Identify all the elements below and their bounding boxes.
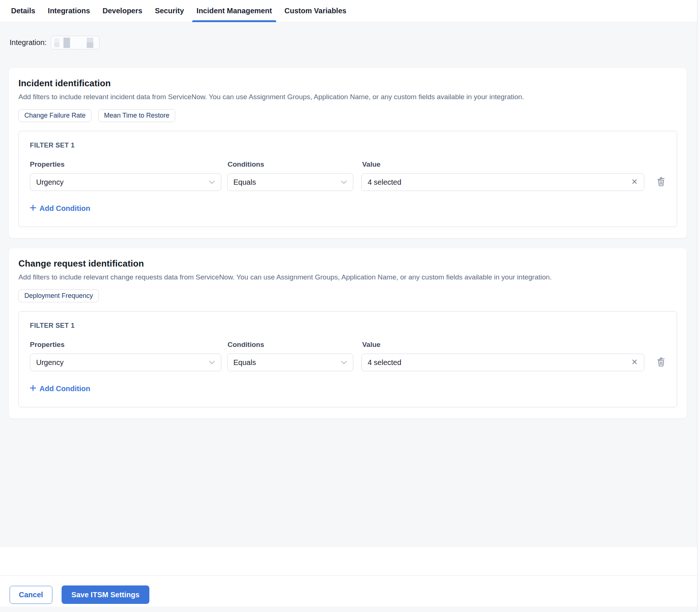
redacted-block [54,38,59,47]
integration-value-badge-redacted [51,36,100,49]
close-icon [632,359,637,366]
value-multiselect[interactable]: 4 selected [361,173,644,191]
trash-icon [656,357,666,368]
chevron-down-icon [341,361,347,365]
chip-change-failure-rate[interactable]: Change Failure Rate [18,109,91,122]
tab-developers[interactable]: Developers [98,0,147,22]
properties-select-value: Urgency [36,358,63,367]
filter-set-1: FILTER SET 1 Properties Conditions Value… [18,131,677,227]
chevron-down-icon [209,180,215,184]
close-icon [632,179,637,185]
chevron-down-icon [341,180,347,184]
properties-select[interactable]: Urgency [30,354,221,371]
clear-value-button[interactable] [631,178,638,186]
change-request-identification-card: Change request identification Add filter… [9,248,687,418]
conditions-select-value: Equals [233,358,256,367]
add-condition-button[interactable]: Add Condition [30,385,90,393]
filter-column-labels: Properties Conditions Value [30,160,666,168]
properties-column-label: Properties [30,160,222,168]
value-column-label: Value [362,160,646,168]
filter-set-title: FILTER SET 1 [30,142,666,149]
save-itsm-settings-button[interactable]: Save ITSM Settings [62,585,150,604]
card-title: Incident identification [18,78,677,88]
main-content: Integration: Incident identification Add… [0,22,700,547]
scrollbar-track[interactable] [697,0,700,612]
card-description: Add filters to include relevant incident… [18,92,677,102]
integration-label: Integration: [10,38,46,47]
bottom-strip [0,606,700,612]
conditions-select[interactable]: Equals [227,173,353,191]
value-selected-count: 4 selected [368,178,401,187]
tab-incident-management[interactable]: Incident Management [192,0,276,22]
chip-mean-time-to-restore[interactable]: Mean Time to Restore [98,109,175,122]
conditions-column-label: Conditions [228,341,354,349]
filter-condition-row: Urgency Equals 4 selected [30,173,666,191]
filter-column-labels: Properties Conditions Value [30,341,666,349]
card-description: Add filters to include relevant change r… [18,272,677,282]
clear-value-button[interactable] [631,358,638,366]
settings-tab-bar: Details Integrations Developers Security… [0,0,700,22]
tab-integrations[interactable]: Integrations [44,0,94,22]
properties-select[interactable]: Urgency [30,173,221,191]
filter-condition-row: Urgency Equals 4 selected [30,354,666,371]
metric-chips: Deployment Frequency [18,289,677,303]
add-condition-label: Add Condition [39,204,90,213]
tab-details[interactable]: Details [7,0,40,22]
value-multiselect[interactable]: 4 selected [361,354,644,371]
metric-chips: Change Failure Rate Mean Time to Restore [18,109,677,122]
filter-set-1: FILTER SET 1 Properties Conditions Value… [18,311,677,407]
card-title: Change request identification [18,258,677,269]
plus-icon [30,204,36,213]
integration-row: Integration: [10,36,700,49]
tab-security[interactable]: Security [150,0,188,22]
redacted-block [87,38,93,48]
value-selected-count: 4 selected [368,358,401,367]
footer-spacer [0,547,700,575]
footer-buttons: Cancel Save ITSM Settings [0,576,700,604]
conditions-column-label: Conditions [228,160,354,168]
add-condition-button[interactable]: Add Condition [30,204,90,213]
itsm-settings-page: Details Integrations Developers Security… [0,0,700,612]
conditions-select[interactable]: Equals [227,354,353,371]
chip-deployment-frequency[interactable]: Deployment Frequency [18,289,99,303]
cancel-button[interactable]: Cancel [10,586,52,604]
plus-icon [30,385,36,393]
tab-custom-variables[interactable]: Custom Variables [280,0,351,22]
add-condition-label: Add Condition [39,385,90,393]
value-column-label: Value [362,341,646,349]
chevron-down-icon [209,361,215,365]
footer: Cancel Save ITSM Settings [0,547,700,612]
properties-select-value: Urgency [36,178,63,187]
filter-set-title: FILTER SET 1 [30,322,666,330]
trash-icon [656,177,666,188]
conditions-select-value: Equals [233,178,256,187]
delete-condition-button[interactable] [656,357,666,368]
delete-condition-button[interactable] [656,177,666,188]
redacted-block [63,38,70,48]
incident-identification-card: Incident identification Add filters to i… [9,68,687,238]
properties-column-label: Properties [30,341,222,349]
